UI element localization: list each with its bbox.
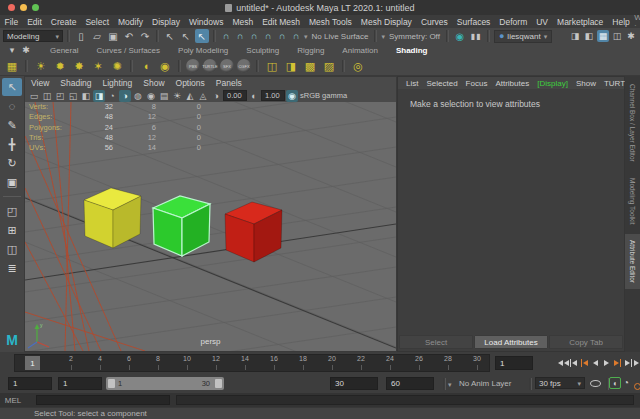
ambient-occlusion-icon[interactable] bbox=[197, 90, 209, 102]
exposure-field[interactable]: 0.00 bbox=[223, 90, 247, 101]
viewport-canvas[interactable]: y Verts: 32 8 0 Edges: 48 12 0 bbox=[25, 102, 396, 351]
ae-menu-selected[interactable]: Selected bbox=[426, 79, 457, 88]
step-forward-frame-button[interactable] bbox=[624, 355, 633, 370]
volume-light-icon[interactable] bbox=[109, 58, 125, 74]
render-scene-icon[interactable] bbox=[264, 58, 280, 74]
play-backwards-button[interactable] bbox=[591, 355, 600, 370]
menu-select[interactable]: Select bbox=[81, 17, 114, 27]
chevron-down-icon[interactable]: ▾ bbox=[381, 33, 385, 40]
snap-grid-icon[interactable] bbox=[220, 30, 232, 42]
toggle-tool-settings-icon[interactable] bbox=[611, 30, 623, 42]
redo-icon[interactable] bbox=[138, 29, 152, 43]
lock-camera-icon[interactable] bbox=[41, 90, 53, 102]
shelf-tab-animation[interactable]: Animation bbox=[340, 45, 380, 56]
vp-menu-lighting[interactable]: Lighting bbox=[102, 78, 132, 88]
paint-select-tool-icon[interactable] bbox=[2, 116, 22, 134]
select-tool-icon[interactable] bbox=[2, 78, 22, 96]
shelf-gear-icon[interactable] bbox=[20, 44, 32, 56]
menu-curves[interactable]: Curves bbox=[416, 17, 452, 27]
new-scene-icon[interactable] bbox=[74, 29, 88, 43]
surface-shader-icon[interactable] bbox=[157, 58, 173, 74]
shading-map-icon[interactable] bbox=[138, 58, 154, 74]
color-space-label[interactable]: sRGB gamma bbox=[300, 91, 347, 100]
scale-tool-icon[interactable] bbox=[2, 173, 22, 191]
toggle-channel-box-icon[interactable] bbox=[625, 30, 637, 42]
toggle-humanik-icon[interactable] bbox=[583, 30, 595, 42]
divider[interactable] bbox=[374, 30, 377, 42]
hypershade-icon[interactable] bbox=[4, 58, 20, 74]
vp-menu-show[interactable]: Show bbox=[143, 78, 164, 88]
ae-menu-attributes[interactable]: Attributes bbox=[495, 79, 529, 88]
select-component-icon[interactable] bbox=[195, 29, 209, 43]
anim-layer-label[interactable]: No Anim Layer bbox=[459, 379, 511, 388]
snap-view-plane-icon[interactable] bbox=[276, 30, 288, 42]
vp-menu-panels[interactable]: Panels bbox=[216, 78, 242, 88]
shadows-icon[interactable] bbox=[184, 90, 196, 102]
make-live-icon[interactable] bbox=[290, 30, 302, 42]
tab-modeling-toolkit[interactable]: Modeling Toolkit bbox=[625, 172, 640, 231]
menu-modify[interactable]: Modify bbox=[114, 17, 148, 27]
shelf-tab-sculpting[interactable]: Sculpting bbox=[244, 45, 281, 56]
go-to-end-button[interactable] bbox=[635, 355, 640, 370]
exposure-icon[interactable] bbox=[210, 90, 222, 102]
step-forward-key-button[interactable] bbox=[613, 355, 622, 370]
menu-surfaces[interactable]: Surfaces bbox=[452, 17, 495, 27]
textured-icon[interactable] bbox=[158, 90, 170, 102]
divider[interactable] bbox=[67, 30, 70, 42]
pause-icon[interactable] bbox=[469, 29, 483, 43]
menu-set-dropdown[interactable]: Modeling▾ bbox=[3, 30, 63, 42]
camera-attributes-icon[interactable] bbox=[54, 90, 66, 102]
playback-start-field[interactable]: 1 bbox=[58, 377, 102, 390]
divider[interactable] bbox=[213, 30, 216, 42]
render-icon[interactable] bbox=[453, 29, 467, 43]
menu-marketplace[interactable]: Marketplace bbox=[553, 17, 608, 27]
toggle-modeling-toolkit-icon[interactable] bbox=[569, 30, 581, 42]
pbs-material-icon[interactable]: PBS bbox=[186, 59, 200, 73]
animation-end-field[interactable]: 60 bbox=[386, 377, 434, 390]
spot-light-icon[interactable] bbox=[52, 58, 68, 74]
layout-outliner-icon[interactable] bbox=[2, 259, 22, 277]
ae-menu-show[interactable]: Show bbox=[576, 79, 596, 88]
auto-keyframe-icon[interactable] bbox=[633, 381, 640, 393]
open-scene-icon[interactable] bbox=[90, 29, 104, 43]
wireframe-icon[interactable] bbox=[145, 90, 157, 102]
rotate-tool-icon[interactable] bbox=[2, 154, 22, 172]
shelf-menu-icon[interactable] bbox=[6, 44, 18, 56]
texture-checker-icon[interactable] bbox=[321, 58, 337, 74]
oversampling-icon[interactable] bbox=[106, 90, 118, 102]
range-slider[interactable]: 1 30 bbox=[106, 377, 224, 390]
menu-mesh-display[interactable]: Mesh Display bbox=[356, 17, 416, 27]
shelf-tab-curves-surfaces[interactable]: Curves / Surfaces bbox=[94, 45, 162, 56]
step-back-key-button[interactable] bbox=[580, 355, 589, 370]
mute-speaker-icon[interactable] bbox=[609, 377, 621, 389]
smooth-shade-icon[interactable] bbox=[132, 90, 144, 102]
fps-dropdown[interactable]: 30 fps▾ bbox=[535, 377, 585, 389]
step-back-frame-button[interactable] bbox=[569, 355, 578, 370]
symmetry-status[interactable]: Symmetry: Off bbox=[387, 32, 442, 41]
tab-channel-box-layer-editor[interactable]: Channel Box / Layer Editor bbox=[625, 78, 640, 168]
menu-mesh-tools[interactable]: Mesh Tools bbox=[305, 17, 357, 27]
menu-uv[interactable]: UV bbox=[532, 17, 553, 27]
divider[interactable] bbox=[487, 30, 490, 42]
chevron-down-icon[interactable]: ▾ bbox=[304, 33, 308, 40]
range-end-handle[interactable] bbox=[215, 379, 222, 388]
load-attributes-button[interactable]: Load Attributes bbox=[474, 335, 548, 349]
menu-edit[interactable]: Edit bbox=[23, 17, 47, 27]
ipr-render-icon[interactable] bbox=[283, 58, 299, 74]
shaderfx-material-icon[interactable]: SFX bbox=[220, 59, 234, 73]
command-input[interactable] bbox=[36, 395, 170, 405]
shelf-tab-poly-modeling[interactable]: Poly Modeling bbox=[176, 45, 230, 56]
layout-single-pane-icon[interactable] bbox=[2, 202, 22, 220]
shelf-tab-general[interactable]: General bbox=[48, 45, 80, 56]
ae-menu-focus[interactable]: Focus bbox=[466, 79, 488, 88]
save-scene-icon[interactable] bbox=[106, 29, 120, 43]
directional-light-icon[interactable] bbox=[90, 58, 106, 74]
playback-loop-icon[interactable] bbox=[590, 380, 601, 387]
use-lights-icon[interactable] bbox=[171, 90, 183, 102]
render-settings-icon[interactable] bbox=[302, 58, 318, 74]
menu-deform[interactable]: Deform bbox=[495, 17, 532, 27]
undo-icon[interactable] bbox=[122, 29, 136, 43]
toggle-attribute-editor-icon[interactable] bbox=[597, 30, 609, 42]
snap-curve-icon[interactable] bbox=[234, 30, 246, 42]
command-language-label[interactable]: MEL bbox=[0, 396, 26, 405]
